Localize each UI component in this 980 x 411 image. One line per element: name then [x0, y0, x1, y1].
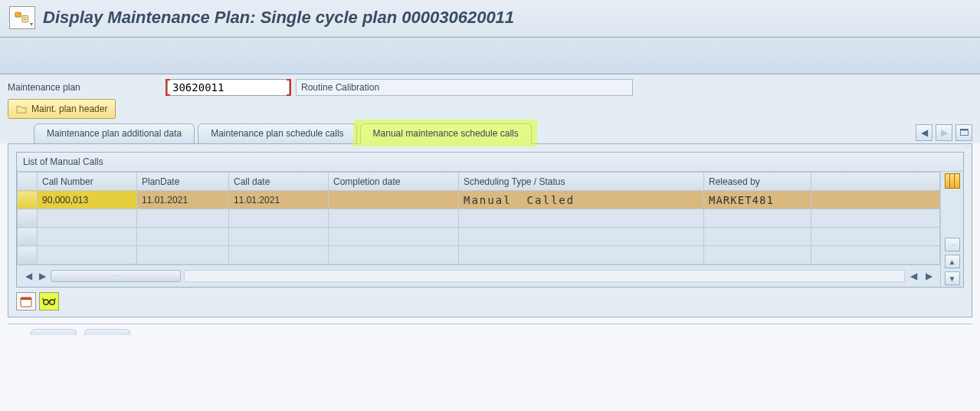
cell-call-date[interactable]: 11.01.2021 — [229, 191, 329, 209]
required-bracket-right-icon — [287, 79, 291, 96]
footer-tab-stub — [31, 329, 77, 335]
col-empty — [811, 173, 940, 191]
row-selector-header[interactable] — [18, 173, 38, 191]
hscroll-block-left-button[interactable]: ◀ — [908, 271, 919, 281]
pick-tab-icon: 🗖 — [959, 127, 969, 138]
sched-type-value: Manual — [464, 194, 512, 206]
application-toolbar — [0, 38, 980, 74]
hscroll-block-right-button[interactable]: ▶ — [923, 271, 934, 281]
svg-rect-0 — [15, 12, 21, 17]
hscroll-right-button[interactable]: ▶ — [37, 271, 48, 281]
tabstrip-nav: ◀ ▶ 🗖 — [916, 124, 972, 143]
hscroll-track[interactable] — [184, 270, 905, 282]
maintenance-plan-label: Maintenance plan — [8, 82, 161, 93]
sched-status-value: Called — [527, 194, 575, 206]
title-bar: ▾ Display Maintenance Plan: Single cycle… — [0, 0, 980, 38]
svg-line-11 — [43, 298, 44, 301]
tabs-list-button[interactable]: 🗖 — [955, 124, 972, 141]
schedule-overview-button[interactable] — [16, 292, 36, 311]
cell-released-by[interactable]: MARKET481 — [704, 191, 811, 209]
row-selector[interactable] — [18, 209, 38, 228]
cell-plan-date[interactable]: 11.01.2021 — [137, 191, 229, 209]
row-selector[interactable] — [18, 191, 38, 209]
table-row[interactable] — [18, 246, 940, 265]
col-call-number[interactable]: Call Number — [38, 173, 137, 191]
header-fields: Maintenance plan Routine Calibration — [0, 74, 980, 96]
required-bracket-left-icon — [166, 79, 170, 96]
svg-rect-1 — [22, 16, 28, 22]
grid-action-buttons — [16, 288, 964, 311]
app-icon-button[interactable]: ▾ — [9, 6, 35, 29]
row-selector[interactable] — [18, 246, 38, 265]
tab-label: Maintenance plan additional data — [47, 128, 182, 139]
hscroll-thumb[interactable] — [51, 270, 181, 282]
maint-plan-header-label: Maint. plan header — [31, 104, 107, 114]
calendar-icon — [20, 295, 32, 307]
hscroll-left-button[interactable]: ◀ — [23, 271, 34, 281]
col-sched-type[interactable]: Scheduling Type / Status — [459, 173, 704, 191]
col-plan-date[interactable]: PlanDate — [137, 173, 229, 191]
tab-label: Maintenance plan schedule calls — [211, 128, 343, 139]
col-completion-date[interactable]: Completion date — [329, 173, 459, 191]
svg-rect-5 — [21, 298, 31, 300]
cell-completion-date[interactable] — [329, 191, 459, 209]
maintenance-plan-description: Routine Calibration — [296, 79, 633, 96]
tab-label: Manual maintenance schedule calls — [373, 128, 519, 139]
footer-tabs — [31, 329, 949, 335]
tab-additional-data[interactable]: Maintenance plan additional data — [34, 123, 195, 143]
maintenance-plan-icon — [15, 11, 30, 25]
table-row[interactable]: 90,000,013 11.01.2021 11.01.2021 Manual … — [18, 191, 940, 209]
vscroll-down-button[interactable]: ▼ — [945, 271, 960, 285]
separator — [8, 324, 972, 326]
tabs-scroll-left-button[interactable]: ◀ — [916, 124, 932, 141]
svg-line-12 — [54, 298, 56, 301]
display-call-object-button[interactable] — [39, 292, 59, 311]
tab-panel: List of Manual Calls — [8, 143, 972, 317]
tabs-scroll-right-button[interactable]: ▶ — [936, 124, 952, 141]
table-header-row: Call Number PlanDate Call date Completio… — [18, 173, 940, 191]
manual-calls-table: Call Number PlanDate Call date Completio… — [17, 172, 940, 265]
page-title: Display Maintenance Plan: Single cycle p… — [43, 8, 514, 28]
row-selector[interactable] — [18, 228, 38, 246]
tab-manual-schedule-calls[interactable]: Manual maintenance schedule calls — [360, 123, 532, 144]
manual-calls-grid: List of Manual Calls — [16, 152, 964, 288]
vscroll-up-button[interactable]: ▲ — [945, 255, 960, 268]
cell-empty — [811, 191, 940, 209]
footer-tab-stub — [84, 329, 130, 335]
maint-plan-header-button[interactable]: Maint. plan header — [8, 99, 116, 119]
column-config-button[interactable] — [945, 173, 960, 189]
col-released-by[interactable]: Released by — [704, 173, 811, 191]
vscroll-options-button[interactable]: ⋯ — [945, 238, 960, 252]
maintenance-plan-input[interactable] — [167, 79, 290, 96]
triangle-left-icon: ◀ — [921, 127, 928, 138]
tab-schedule-calls[interactable]: Maintenance plan schedule calls — [198, 123, 356, 143]
maintenance-plan-input-wrap — [167, 79, 290, 96]
cell-call-number[interactable]: 90,000,013 — [38, 191, 137, 209]
triangle-right-icon: ▶ — [941, 127, 948, 138]
grid-vertical-tools: ⋯ ▲ ▼ — [940, 172, 963, 287]
dropdown-caret-icon: ▾ — [30, 21, 33, 28]
glasses-icon — [42, 297, 56, 306]
grid-hscroll: ◀ ▶ ◀ ▶ — [17, 265, 940, 287]
cell-sched-type-status[interactable]: Manual Called — [459, 191, 704, 209]
grid-title: List of Manual Calls — [17, 153, 963, 172]
svg-point-10 — [50, 300, 54, 304]
folder-icon — [16, 104, 27, 113]
svg-point-9 — [44, 300, 48, 304]
tabstrip: Maintenance plan additional data Mainten… — [0, 123, 980, 143]
table-row[interactable] — [18, 228, 940, 246]
col-call-date[interactable]: Call date — [229, 173, 329, 191]
table-row[interactable] — [18, 209, 940, 228]
